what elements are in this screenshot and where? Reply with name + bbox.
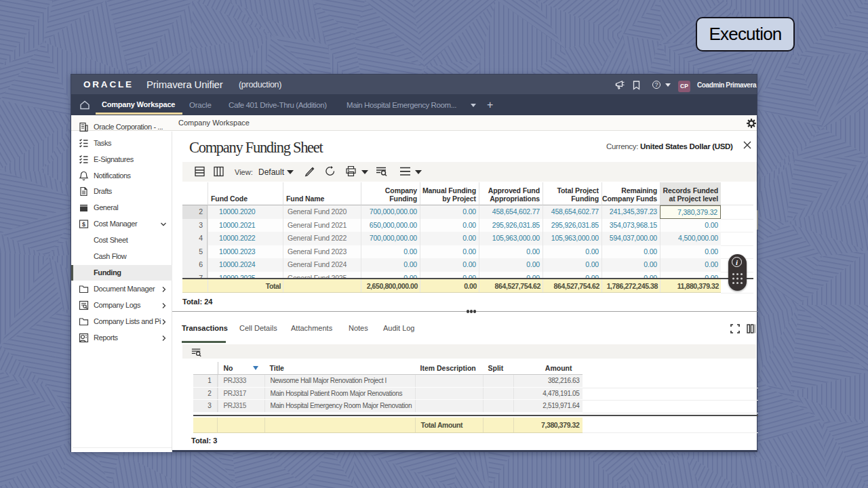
svg-text:$: $	[82, 221, 85, 228]
